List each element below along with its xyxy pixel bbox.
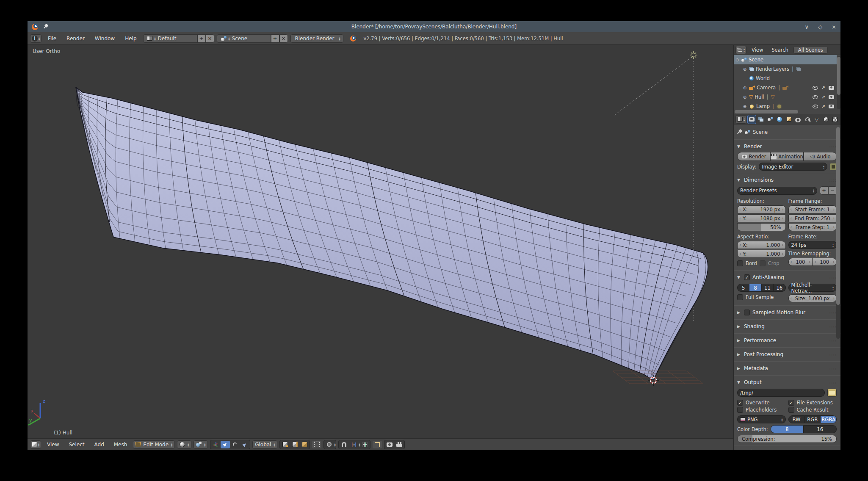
- bake-panel-header[interactable]: ▶ Bake ::::: [737, 448, 837, 450]
- channel-rgba[interactable]: RGBA: [821, 415, 837, 423]
- cache-result-row[interactable]: Cache Result: [788, 407, 837, 413]
- tab-modifiers[interactable]: [803, 115, 811, 124]
- aspect-x-field[interactable]: ‹X:1.000›: [737, 241, 786, 249]
- scene-field[interactable]: ▴▾ Scene: [217, 34, 271, 43]
- tab-texture[interactable]: [831, 115, 839, 124]
- rotate-manipulator-button[interactable]: [230, 441, 240, 448]
- orientation-selector[interactable]: Global ▴▾: [252, 440, 277, 449]
- resolution-percentage-slider[interactable]: 50%: [737, 223, 786, 231]
- end-frame-field[interactable]: ‹End Fram: 250›: [788, 214, 837, 222]
- tab-object-data[interactable]: ▽: [813, 115, 821, 124]
- snap-element-button[interactable]: |‹›|: [349, 441, 358, 448]
- tab-render[interactable]: [748, 115, 756, 124]
- outliner-horizontal-scrollbar[interactable]: [735, 110, 798, 113]
- add-layout-button[interactable]: +: [197, 34, 206, 43]
- pivot-selector[interactable]: ▴▾: [194, 440, 208, 449]
- menu-file[interactable]: File: [44, 36, 60, 41]
- opengl-animation-button[interactable]: [395, 441, 404, 448]
- menu-window[interactable]: Window: [91, 36, 119, 41]
- outliner-item-scene[interactable]: ⊖ Scene: [734, 55, 837, 64]
- selectability-toggle-icon[interactable]: ↖: [821, 94, 825, 100]
- outliner-editor-selector[interactable]: ▴▾: [735, 46, 746, 54]
- close-button[interactable]: ×: [832, 24, 836, 30]
- collapse-toggle-icon[interactable]: ⊖: [735, 58, 740, 62]
- editor-type-selector[interactable]: i ▴▾: [30, 34, 41, 43]
- outliner-item-world[interactable]: World: [734, 74, 837, 83]
- placeholders-row[interactable]: Placeholders: [737, 407, 786, 413]
- panel-grip-icon[interactable]: ::::: [829, 144, 837, 149]
- tab-render-layers[interactable]: [757, 115, 765, 124]
- antialiasing-checkbox[interactable]: ✓: [744, 274, 750, 280]
- post-processing-panel-header[interactable]: ▶ Post Processing ::::: [737, 350, 837, 359]
- panel-grip-icon[interactable]: ::::: [829, 450, 837, 451]
- manipulator-toggle-button[interactable]: [211, 441, 220, 448]
- border-checkbox[interactable]: [737, 260, 743, 266]
- start-frame-field[interactable]: ‹Start Frame: 1›: [788, 205, 837, 213]
- minimize-button[interactable]: ∨: [805, 24, 809, 30]
- tab-object[interactable]: [785, 115, 793, 124]
- crop-checkbox[interactable]: [760, 260, 766, 266]
- aa-samples-5[interactable]: 5: [737, 284, 749, 292]
- menu-render[interactable]: Render: [63, 36, 88, 41]
- metadata-panel-header[interactable]: ▶ Metadata ::::: [737, 364, 837, 373]
- maximize-button[interactable]: ◇: [818, 24, 822, 30]
- menu-mesh[interactable]: Mesh: [110, 442, 131, 448]
- selectability-toggle-icon[interactable]: ↖: [821, 85, 825, 91]
- antialiasing-panel-header[interactable]: ▼ ✓ Anti-Aliasing ::::: [737, 273, 837, 282]
- depth-16[interactable]: 16: [804, 425, 837, 433]
- panel-grip-icon[interactable]: ::::: [829, 178, 837, 182]
- remove-preset-button[interactable]: −: [828, 186, 837, 195]
- outliner-item-renderlayers[interactable]: ⊕ RenderLayers |: [734, 64, 837, 74]
- channel-bw[interactable]: BW: [788, 415, 805, 423]
- browse-folder-button[interactable]: [827, 389, 837, 397]
- tab-scene[interactable]: [766, 115, 774, 124]
- snap-toggle-button[interactable]: [339, 441, 348, 448]
- mode-selector[interactable]: Edit Mode ▴▾: [133, 440, 175, 449]
- remap-old-field[interactable]: ‹100›: [788, 258, 813, 266]
- visibility-toggle-icon[interactable]: [813, 95, 818, 99]
- limit-visible-button[interactable]: [312, 441, 321, 448]
- outliner-item-hull[interactable]: ⊕ ▽ Hull | ▽ ↖: [734, 92, 837, 102]
- aa-samples-11[interactable]: 11: [762, 284, 774, 292]
- tab-constraints[interactable]: [794, 115, 802, 124]
- shading-selector[interactable]: ▴▾: [177, 440, 191, 449]
- opengl-render-button[interactable]: [385, 441, 394, 448]
- ship-hull-mesh[interactable]: [76, 87, 708, 380]
- compression-slider[interactable]: Compression: 15%: [737, 435, 837, 443]
- depth-8[interactable]: 8: [771, 425, 804, 433]
- panel-grip-icon[interactable]: ::::: [829, 324, 837, 329]
- vertex-select-button[interactable]: [280, 441, 290, 448]
- menu-add[interactable]: Add: [91, 442, 108, 448]
- pin-id-icon[interactable]: [737, 130, 742, 135]
- outliner-vertical-scrollbar[interactable]: [837, 56, 840, 109]
- menu-help[interactable]: Help: [121, 36, 140, 41]
- output-panel-header[interactable]: ▼ Output ::::: [737, 378, 837, 387]
- display-dropdown[interactable]: Image Editor ▴▾: [759, 163, 827, 171]
- cache-result-checkbox[interactable]: [788, 407, 794, 413]
- render-engine-selector[interactable]: Blender Render ▴▾: [290, 34, 343, 43]
- title-bar[interactable]: Blender* [/home/ton/PovrayScenes/Balclut…: [28, 21, 840, 32]
- outliner-search-menu[interactable]: Search: [768, 47, 792, 53]
- renderability-toggle-icon[interactable]: [829, 105, 834, 108]
- file-extensions-row[interactable]: ✓ File Extensions: [788, 400, 837, 406]
- outliner-filter-dropdown[interactable]: All Scenes: [793, 46, 828, 54]
- overwrite-row[interactable]: ✓ Overwrite: [737, 400, 786, 406]
- dimensions-panel-header[interactable]: ▼ Dimensions ::::: [737, 175, 837, 185]
- menu-view[interactable]: View: [43, 442, 63, 448]
- overwrite-checkbox[interactable]: ✓: [737, 400, 743, 406]
- sampled-motion-blur-panel-header[interactable]: ▶ Sampled Motion Blur ::::: [737, 308, 837, 317]
- panel-grip-icon[interactable]: ::::: [829, 366, 837, 371]
- channel-rgb[interactable]: RGB: [804, 415, 821, 423]
- file-format-dropdown[interactable]: PNG ▴▾: [737, 415, 786, 423]
- aa-size-field[interactable]: ‹Size: 1.000 px›: [788, 294, 837, 302]
- selectability-toggle-icon[interactable]: ↖: [821, 104, 825, 109]
- viewport-3d[interactable]: z y x User Ortho (1) Hull: [28, 45, 733, 438]
- renderability-toggle-icon[interactable]: [829, 86, 834, 90]
- delete-scene-button[interactable]: ×: [279, 34, 288, 43]
- menu-select[interactable]: Select: [65, 442, 88, 448]
- outliner-item-camera[interactable]: ⊕ Camera | ↖: [734, 83, 837, 92]
- panel-grip-icon[interactable]: ::::: [829, 338, 837, 343]
- motion-blur-checkbox[interactable]: [744, 310, 750, 315]
- add-scene-button[interactable]: +: [271, 34, 279, 43]
- expand-toggle-icon[interactable]: ⊕: [742, 104, 747, 109]
